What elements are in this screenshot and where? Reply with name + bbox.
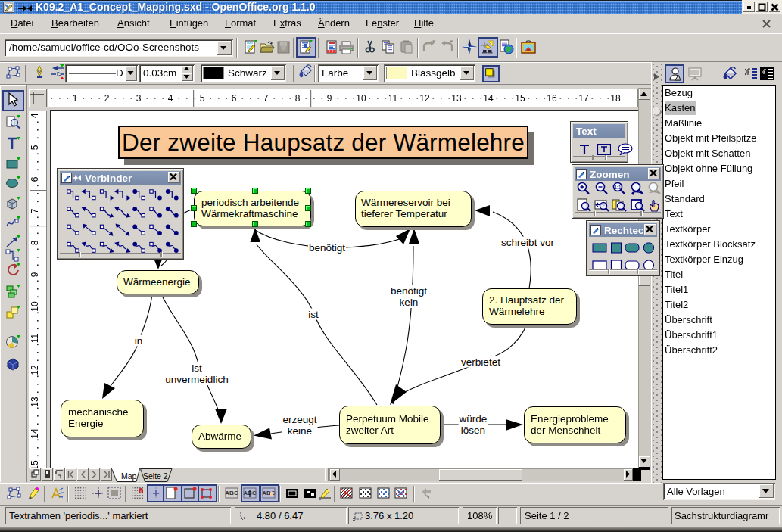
svg-text:14: 14: [483, 93, 494, 104]
svg-text:9: 9: [327, 93, 332, 104]
svg-text:12: 12: [30, 365, 40, 375]
svg-text:16: 16: [547, 93, 557, 104]
svg-text:17: 17: [578, 93, 589, 104]
svg-text:5: 5: [30, 145, 40, 150]
svg-text:15: 15: [515, 93, 525, 104]
svg-text:14: 14: [30, 428, 40, 439]
svg-text:10: 10: [356, 93, 366, 104]
svg-text:4: 4: [30, 113, 40, 118]
svg-text:11: 11: [30, 333, 40, 343]
svg-text:8: 8: [30, 240, 40, 245]
svg-text:9: 9: [30, 272, 40, 277]
svg-text:7: 7: [30, 208, 40, 213]
svg-text:11: 11: [388, 93, 398, 104]
svg-text:18: 18: [610, 93, 621, 104]
svg-text:1:1: 1:1: [614, 185, 621, 190]
svg-text:6: 6: [232, 93, 237, 104]
svg-text:13: 13: [30, 397, 40, 407]
svg-text:2: 2: [104, 93, 110, 104]
svg-text:6: 6: [30, 176, 40, 182]
svg-text:13: 13: [451, 93, 462, 104]
svg-text:7: 7: [263, 93, 269, 104]
svg-text:4: 4: [168, 93, 173, 104]
svg-text:1: 1: [73, 93, 78, 104]
svg-text:12: 12: [419, 93, 430, 104]
svg-text:ABC: ABC: [262, 490, 276, 496]
svg-text:5: 5: [200, 93, 205, 104]
svg-text:ABC: ABC: [225, 490, 238, 496]
svg-text:8: 8: [295, 93, 301, 104]
svg-text:15: 15: [30, 460, 40, 468]
svg-text:10: 10: [30, 301, 40, 312]
svg-text:3: 3: [136, 93, 142, 104]
